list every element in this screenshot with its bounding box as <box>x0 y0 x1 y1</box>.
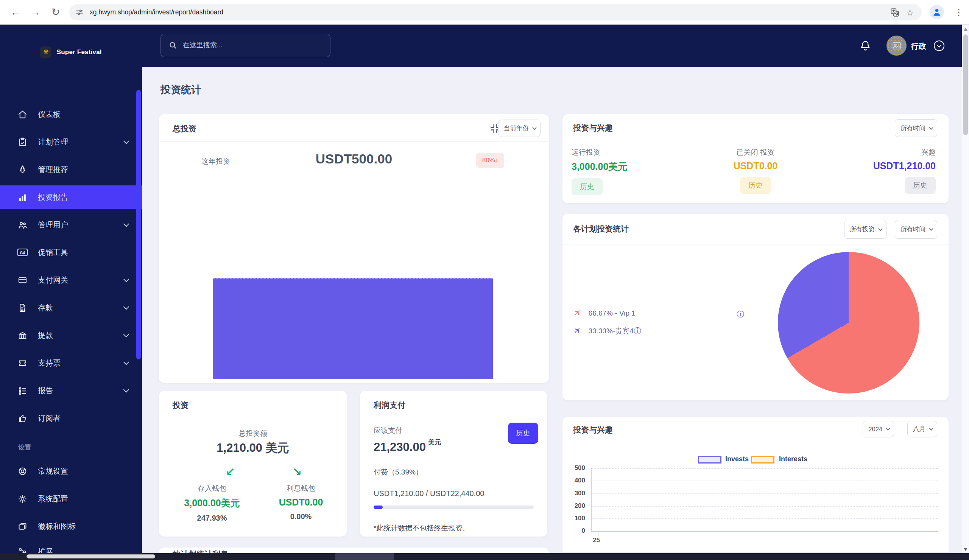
sidebar-section-settings: 设置 <box>18 443 31 452</box>
period-select[interactable]: 当前年份 <box>498 120 541 137</box>
sidebar-item-plan-management[interactable]: 计划管理 <box>0 130 142 154</box>
y-axis-line <box>591 468 592 532</box>
history-badge[interactable]: 历史 <box>905 177 936 194</box>
year-select-value: 2024 <box>868 426 882 433</box>
interests-legend-swatch[interactable] <box>751 456 774 464</box>
sidebar-item-withdrawals[interactable]: 提款 <box>0 324 142 347</box>
info-icon[interactable]: ⓘ <box>634 327 641 335</box>
translate-icon[interactable] <box>890 8 900 17</box>
time-filter-select[interactable]: 所有时间 <box>895 220 937 239</box>
time-filter-select[interactable]: 所有时间 <box>895 119 937 137</box>
sidebar-item-payment-gateway[interactable]: 支付网关 <box>0 268 142 292</box>
legend-text: 33.33%-贵宾4 <box>589 327 634 335</box>
logo[interactable]: ❋ Super Festival <box>0 47 142 58</box>
browser-profile-avatar[interactable] <box>930 5 944 19</box>
gridline <box>591 480 938 481</box>
sidebar-item-referrals[interactable]: 管理推荐 <box>0 158 142 181</box>
sidebar-scrollbar-thumb[interactable] <box>136 90 141 359</box>
sidebar-item-support-tickets[interactable]: 支持票 <box>0 351 142 375</box>
period-select-value: 当前年份 <box>504 124 529 133</box>
users-icon <box>17 220 28 230</box>
time-filter-value: 所有时间 <box>901 124 926 133</box>
bookmark-star-icon[interactable]: ☆ <box>905 8 915 17</box>
invests-legend-swatch[interactable] <box>698 456 721 464</box>
bank-icon <box>17 330 28 341</box>
chevron-down-icon <box>123 276 130 282</box>
site-settings-icon[interactable] <box>75 8 84 17</box>
browser-chrome: ← → ↻ xg.hwym.shop/admin/invest/report/d… <box>0 0 969 25</box>
deposit-file-icon <box>17 303 28 313</box>
tree-icon <box>17 165 28 175</box>
card-plan-stats: 各计划投资统计 所有投资 所有时间 ✈ 66.67% - Vip 1 ✈ 33.… <box>563 214 949 400</box>
layers-icon <box>17 522 28 532</box>
forward-icon[interactable]: → <box>28 5 42 19</box>
refresh-icon[interactable]: ↻ <box>48 5 63 19</box>
sidebar-item-manage-users[interactable]: 管理用户 <box>0 213 142 236</box>
chevron-down-icon <box>123 387 130 393</box>
search-box[interactable] <box>160 34 330 57</box>
time-filter-value: 所有时间 <box>901 225 926 233</box>
sidebar-item-reports[interactable]: 报告 <box>0 379 142 402</box>
user-menu-chevron-icon[interactable] <box>934 40 944 51</box>
search-icon <box>168 41 178 50</box>
sidebar-item-invest-report[interactable]: 投资报告 <box>0 185 142 209</box>
gridline <box>591 506 938 507</box>
vertical-scrollbar-thumb[interactable] <box>963 35 968 135</box>
stat-value: 3,000.00美元 <box>571 160 689 173</box>
browser-menu-icon[interactable]: ⋮ <box>953 5 964 19</box>
card-invest-interest: 投资与兴趣 所有时间 运行投资 3,000.00美元 历史 已关闭 投资 USD… <box>563 114 949 203</box>
credit-card-icon <box>17 275 28 285</box>
month-select-value: 八月 <box>913 425 926 433</box>
username[interactable]: 行政 <box>911 41 926 52</box>
back-icon[interactable]: ← <box>8 5 23 19</box>
sidebar: ❋ Super Festival 仪表板 计划管理 管理推荐 投资报告 管理用户… <box>0 25 142 560</box>
sidebar-item-dashboard[interactable]: 仪表板 <box>0 103 142 126</box>
stat-label: 兴趣 <box>818 148 936 158</box>
person-icon <box>932 7 942 17</box>
sidebar-item-logo-icons[interactable]: 徽标和图标 <box>0 515 142 538</box>
history-badge[interactable]: 历史 <box>571 178 603 195</box>
user-avatar[interactable] <box>886 36 907 56</box>
notification-bell-icon[interactable] <box>859 40 871 52</box>
running-invest-stat: 运行投资 3,000.00美元 历史 <box>571 148 689 195</box>
vertical-scrollbar[interactable] <box>962 25 969 553</box>
interests-legend-label[interactable]: Interests <box>779 455 808 463</box>
stat-label: 已关闭 投资 <box>697 148 814 158</box>
x-tick-label: 25 <box>593 537 600 544</box>
ad-icon: Ad <box>17 248 28 258</box>
month-select[interactable]: 八月 <box>907 421 937 437</box>
clipboard-icon <box>17 137 28 147</box>
url-text[interactable]: xg.hwym.shop/admin/invest/report/dashboa… <box>90 4 223 20</box>
invests-legend-label[interactable]: Invests <box>725 455 749 463</box>
sidebar-item-label: 管理用户 <box>38 220 68 230</box>
year-select[interactable]: 2024 <box>862 421 894 437</box>
horizontal-scrollbar-thumb[interactable] <box>27 554 155 558</box>
card-profit-payout: 利润支付 应该支付 21,230.00美元 历史 付费（5.39%） USDT1… <box>360 391 547 537</box>
divider <box>159 141 549 141</box>
progress-fill <box>374 505 383 509</box>
sidebar-item-system-config[interactable]: 系统配置 <box>0 487 142 510</box>
scroll-down-arrow-icon[interactable] <box>964 548 967 551</box>
wallet-value: USDT0.00 <box>259 497 343 508</box>
history-badge[interactable]: 历史 <box>740 177 771 194</box>
scroll-up-arrow-icon[interactable] <box>964 28 967 31</box>
browser-url-bar[interactable]: xg.hwym.shop/admin/invest/report/dashboa… <box>69 4 922 20</box>
sidebar-item-promo-tools[interactable]: Ad 促销工具 <box>0 241 142 264</box>
sidebar-item-deposits[interactable]: 存款 <box>0 296 142 319</box>
history-button[interactable]: 历史 <box>508 423 538 444</box>
card-invest: 投资 总投资额 1,210.00 美元 ↙ ↘ 存入钱包 3,000.00美元 … <box>159 391 347 537</box>
down-arrow-icon: ↙ <box>226 465 235 478</box>
invest-filter-select[interactable]: 所有投资 <box>844 220 886 239</box>
card-monthly-chart: 投资与兴趣 2024 八月 Invests Interests 500 400 … <box>563 417 949 552</box>
info-icon[interactable]: ⓘ <box>737 309 744 319</box>
y-tick: 400 <box>563 477 585 484</box>
sidebar-item-label: 计划管理 <box>38 137 68 147</box>
sidebar-item-general-settings[interactable]: 常规设置 <box>0 459 142 483</box>
sidebar-item-subscribers[interactable]: 订阅者 <box>0 406 142 430</box>
search-input[interactable] <box>183 34 323 56</box>
stat-label: 运行投资 <box>571 148 689 158</box>
horizontal-scrollbar[interactable] <box>0 553 969 560</box>
chevron-down-icon <box>123 221 130 227</box>
sidebar-item-label: 促销工具 <box>38 248 68 258</box>
wallet-label: 存入钱包 <box>170 484 254 494</box>
